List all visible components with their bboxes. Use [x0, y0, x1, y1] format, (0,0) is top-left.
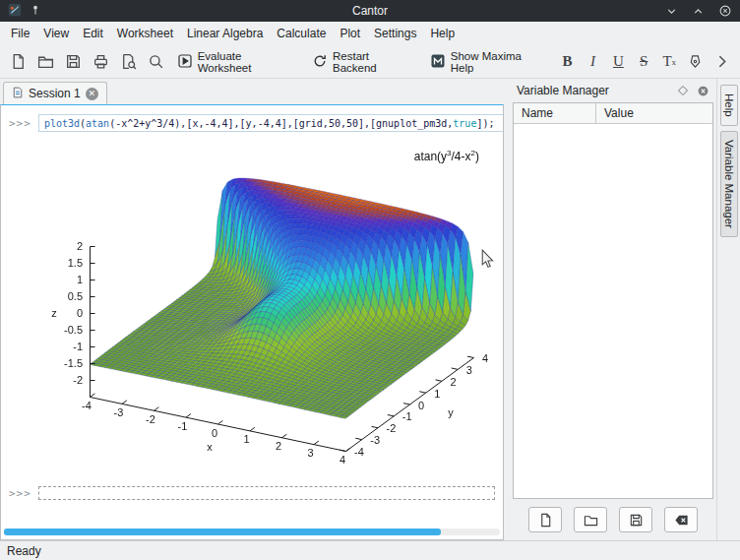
- statusbar: Ready: [0, 540, 740, 560]
- new-worksheet-button[interactable]: [6, 49, 31, 75]
- side-tab-variable-manager[interactable]: Variable Manager: [720, 131, 738, 237]
- cantor-window: Cantor File View Edit Worksheet Linear A…: [0, 0, 740, 560]
- menu-linear-algebra[interactable]: Linear Algebra: [180, 24, 270, 43]
- search-button[interactable]: [144, 49, 169, 75]
- side-dock-tabs: Help Variable Manager: [716, 79, 740, 540]
- tab-label: Session 1: [29, 87, 81, 100]
- pin-icon[interactable]: [30, 4, 41, 19]
- side-tab-help[interactable]: Help: [720, 85, 738, 126]
- menu-edit[interactable]: Edit: [76, 24, 110, 43]
- maxima-help-icon: [430, 53, 446, 71]
- titlebar: Cantor: [0, 0, 740, 22]
- drag-handle-icon[interactable]: [494, 105, 504, 141]
- underline-button[interactable]: U: [606, 49, 630, 75]
- column-value[interactable]: Value: [596, 103, 642, 123]
- restart-backend-button[interactable]: Restart Backend: [306, 49, 422, 75]
- variable-manager-toolbar: [510, 499, 716, 540]
- tabbar: Session 1 ✕: [0, 79, 504, 104]
- prompt: >>>: [9, 117, 31, 130]
- menu-plot[interactable]: Plot: [333, 24, 367, 43]
- menu-help[interactable]: Help: [423, 24, 462, 43]
- menu-calculate[interactable]: Calculate: [270, 24, 333, 43]
- new-entry-row: >>>: [9, 483, 495, 503]
- tab-close-icon[interactable]: ✕: [86, 88, 98, 100]
- variables-table: Name Value: [513, 102, 713, 499]
- load-variables-button[interactable]: [574, 507, 607, 532]
- variables-table-header: Name Value: [514, 103, 712, 124]
- variable-manager-header: Variable Manager: [510, 79, 716, 102]
- restart-icon: [312, 53, 328, 71]
- print-button[interactable]: [89, 49, 114, 75]
- save-button[interactable]: [61, 49, 87, 75]
- command-entry-row: >>> plot3d(atan(-x^2+y^3/4),[x,-4,4],[y,…: [9, 113, 495, 133]
- main-area: Session 1 ✕ >>> plot3d(atan(-x^2+y^3/4),…: [0, 79, 740, 540]
- session-icon: [12, 87, 24, 101]
- variable-manager-title: Variable Manager: [517, 84, 669, 97]
- toolbar: Evaluate Worksheet Restart Backend Show …: [0, 45, 740, 79]
- toolbar-overflow-button[interactable]: [709, 49, 734, 75]
- float-panel-icon[interactable]: [677, 85, 689, 96]
- superscript-button[interactable]: Tx: [657, 49, 681, 75]
- column-name[interactable]: Name: [514, 103, 596, 123]
- horizontal-scrollbar[interactable]: [4, 529, 500, 535]
- menu-settings[interactable]: Settings: [367, 24, 423, 43]
- prompt: >>>: [9, 487, 31, 500]
- bold-button[interactable]: B: [556, 49, 580, 75]
- worksheet-pane: Session 1 ✕ >>> plot3d(atan(-x^2+y^3/4),…: [0, 79, 504, 540]
- strikethrough-button[interactable]: S: [632, 49, 655, 75]
- worksheet[interactable]: >>> plot3d(atan(-x^2+y^3/4),[x,-4,4],[y,…: [0, 104, 504, 540]
- menu-view[interactable]: View: [36, 24, 76, 43]
- plot-canvas: [21, 143, 493, 467]
- variable-manager-panel: Variable Manager Name Value: [510, 79, 716, 540]
- format-pen-icon[interactable]: [683, 49, 707, 75]
- clear-variables-button[interactable]: [664, 507, 698, 532]
- variables-table-body[interactable]: [514, 124, 712, 498]
- menu-worksheet[interactable]: Worksheet: [110, 24, 180, 43]
- status-text: Ready: [7, 544, 41, 558]
- open-worksheet-button[interactable]: [33, 49, 59, 75]
- evaluate-icon: [177, 53, 193, 71]
- print-preview-button[interactable]: [116, 49, 142, 75]
- scrollbar-thumb[interactable]: [4, 529, 441, 535]
- window-title: Cantor: [96, 4, 644, 18]
- tab-session1[interactable]: Session 1 ✕: [3, 82, 107, 104]
- evaluate-worksheet-button[interactable]: Evaluate Worksheet: [171, 49, 304, 75]
- italic-button[interactable]: I: [581, 49, 604, 75]
- command-entry[interactable]: plot3d(atan(-x^2+y^3/4),[x,-4,4],[y,-4,4…: [38, 114, 504, 132]
- maximize-button[interactable]: [692, 5, 705, 18]
- app-icon: [8, 3, 22, 20]
- plot-title: atan(y3/4-x2): [414, 149, 479, 163]
- menu-file[interactable]: File: [4, 24, 36, 43]
- worksheet-gap: [1, 505, 503, 529]
- close-panel-icon[interactable]: [697, 85, 709, 97]
- new-command-entry[interactable]: [38, 486, 495, 500]
- show-maxima-help-button[interactable]: Show Maxima Help: [424, 49, 554, 75]
- close-button[interactable]: [718, 4, 732, 18]
- plot-result: atan(y3/4-x2): [1, 143, 503, 481]
- save-variables-button[interactable]: [619, 507, 652, 532]
- menubar: File View Edit Worksheet Linear Algebra …: [0, 22, 740, 45]
- new-variable-button[interactable]: [528, 507, 562, 532]
- minimize-button[interactable]: [665, 5, 678, 18]
